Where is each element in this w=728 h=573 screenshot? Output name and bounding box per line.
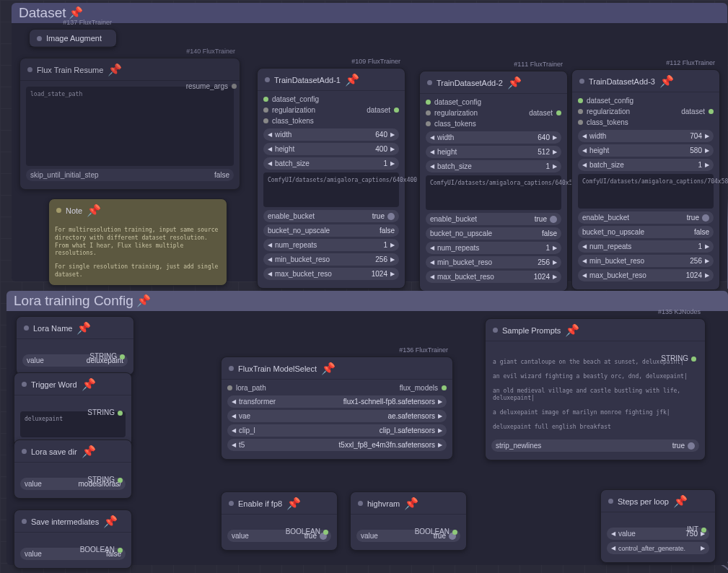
pin-icon: 📌 [103, 515, 118, 528]
param-width[interactable]: ◀width704▶ [578, 130, 714, 142]
node-title: Note [66, 206, 82, 215]
pin-icon: 📌 [286, 497, 301, 510]
toggle-icon [550, 216, 557, 223]
param-nr[interactable]: ◀num_repeats1▶ [426, 242, 561, 254]
node-badge: #140 FluxTrainer [186, 48, 235, 55]
pin-icon: 📌 [673, 494, 688, 508]
param-strip-newlines[interactable]: strip_newlinestrue [491, 439, 699, 452]
node-save-intermediates[interactable]: Save intermediates📌 BOOLEAN valuefalse [14, 509, 132, 569]
param-max[interactable]: ◀max_bucket_reso1024▶ [578, 269, 714, 281]
param-clip[interactable]: ◀clip_lclip_l.safetensors▶ [227, 424, 447, 437]
param-cag[interactable]: ◀control_after_generate.▶ [607, 542, 709, 554]
node-badge: #112 FluxTrainer [666, 59, 715, 66]
node-flux-resume[interactable]: #140 FluxTrainer Flux Train Resume📌 resu… [19, 58, 240, 190]
pin-icon: 📌 [321, 362, 336, 375]
node-title: Trigger Word [31, 380, 77, 389]
param-nr[interactable]: ◀num_repeats1▶ [578, 240, 714, 253]
group-header[interactable]: Dataset 📌 [12, 3, 727, 23]
group-title: Dataset [19, 3, 66, 23]
node-title: highvram [367, 499, 400, 508]
pin-icon: 📌 [345, 73, 359, 87]
node-highvram[interactable]: highvram📌 BOOLEAN valuetrue [350, 491, 467, 551]
node-lora-name[interactable]: Lora Name📌 STRING valuedeluxepaint [16, 316, 134, 375]
node-badge: #109 FluxTrainer [351, 58, 400, 65]
param-max[interactable]: ◀max_bucket_reso1024▶ [263, 268, 399, 280]
node-train-dataset-1[interactable]: #109 FluxTrainer TrainDatasetAdd-1📌 data… [257, 68, 405, 289]
node-badge: #135 KJNodes [658, 308, 701, 315]
pin-icon: 📌 [76, 321, 91, 335]
param-height[interactable]: ◀height512▶ [426, 146, 561, 158]
param-height[interactable]: ◀height400▶ [263, 143, 399, 155]
node-model-select[interactable]: #136 FluxTrainer FluxTrain ModelSelect📌 … [221, 357, 453, 460]
node-title: Steps per loop [618, 497, 669, 506]
node-title: Sample Prompts [502, 326, 561, 335]
node-badge: #111 FluxTrainer [514, 61, 563, 68]
param-max[interactable]: ◀max_bucket_reso1024▶ [426, 271, 561, 283]
toggle-icon [702, 214, 709, 222]
node-title: FluxTrain ModelSelect [238, 364, 317, 373]
pin-icon: 📌 [87, 204, 101, 217]
node-steps-per-loop[interactable]: Steps per loop📌 INT ◀value750▶ ◀control_… [600, 489, 716, 563]
toggle-icon [387, 213, 395, 220]
pin-icon: 📌 [507, 76, 522, 89]
dataset-path[interactable]: ComfyUI/datasets/amigalora_captions/640x… [263, 172, 399, 207]
param-enable-bucket[interactable]: enable_buckettrue [426, 213, 561, 225]
dataset-path[interactable]: ComfyUI/datasets/amigalora_captions/640x… [426, 175, 561, 210]
node-title: Lora Name [33, 324, 72, 333]
node-image-augment[interactable]: #137 FluxTrainer Image Augment [29, 29, 117, 48]
param-enable-bucket[interactable]: enable_buckettrue [578, 211, 714, 224]
param-vae[interactable]: ◀vaeae.safetensors▶ [227, 410, 447, 422]
param-skip[interactable]: skip_until_initial_step false [26, 169, 234, 181]
param-bnu[interactable]: bucket_no_upscalefalse [426, 227, 561, 240]
node-title: Save intermediates [31, 517, 99, 526]
prompts-text[interactable]: a giant cantaloupe on the beach at sunse… [491, 357, 699, 437]
node-trigger-word[interactable]: Trigger Word📌 STRING deluxepaint [14, 372, 132, 447]
node-enable-fp8[interactable]: Enable if fp8📌 BOOLEAN valuetrue [221, 491, 338, 551]
param-bnu[interactable]: bucket_no_upscalefalse [263, 224, 399, 237]
node-sample-prompts[interactable]: #135 KJNodes Sample Prompts📌 STRING a gi… [485, 318, 706, 460]
text-field[interactable]: load_state_path [26, 87, 234, 166]
toggle-icon [688, 442, 695, 450]
node-title: Flux Train Resume [37, 66, 103, 74]
param-batch[interactable]: ◀batch_size1▶ [426, 160, 561, 172]
param-transformer[interactable]: ◀transformerflux1-schnell-fp8.safetensor… [227, 395, 447, 408]
param-batch[interactable]: ◀batch_size1▶ [578, 159, 714, 171]
param-height[interactable]: ◀height580▶ [578, 144, 714, 157]
node-title: Image Augment [46, 34, 102, 43]
node-train-dataset-2[interactable]: #111 FluxTrainer TrainDatasetAdd-2📌 data… [419, 71, 568, 292]
param-nr[interactable]: ◀num_repeats1▶ [263, 239, 399, 251]
pin-icon: 📌 [82, 377, 96, 391]
param-enable-bucket[interactable]: enable_buckettrue [263, 210, 399, 222]
pin-icon: 📌 [659, 74, 674, 88]
param-bnu[interactable]: bucket_no_upscalefalse [578, 226, 714, 238]
pin-icon: 📌 [108, 63, 122, 76]
dataset-path[interactable]: ComfyUI/datasets/amigalora_captions/704x… [578, 174, 714, 209]
group-title: Lora training Config [14, 291, 133, 311]
node-badge: #136 FluxTrainer [399, 346, 448, 354]
pin-icon: 📌 [82, 445, 96, 458]
node-title: Lora save dir [31, 447, 77, 456]
param-min[interactable]: ◀min_bucket_reso256▶ [578, 255, 714, 267]
node-lora-save-dir[interactable]: Lora save dir📌 STRING valuemodels/loras/ [14, 439, 132, 499]
node-title: TrainDatasetAdd-2 [437, 79, 503, 87]
param-width[interactable]: ◀width640▶ [263, 128, 399, 141]
node-badge: #137 FluxTrainer [63, 19, 112, 26]
node-note[interactable]: Note📌 For multiresolution training, inpu… [48, 198, 227, 286]
node-title: TrainDatasetAdd-1 [274, 76, 341, 84]
pin-icon: 📌 [404, 497, 418, 510]
param-width[interactable]: ◀width640▶ [426, 131, 561, 144]
pin-icon: 📌 [136, 291, 151, 311]
node-train-dataset-3[interactable]: #112 FluxTrainer TrainDatasetAdd-3📌 data… [571, 69, 720, 290]
param-min[interactable]: ◀min_bucket_reso256▶ [263, 253, 399, 266]
node-title: TrainDatasetAdd-3 [589, 77, 655, 86]
pin-icon: 📌 [565, 323, 579, 337]
node-title: Enable if fp8 [238, 499, 282, 508]
param-batch[interactable]: ◀batch_size1▶ [263, 157, 399, 170]
param-t5[interactable]: ◀t5t5xxl_fp8_e4m3fn.safetensors▶ [227, 439, 447, 451]
group-header[interactable]: Lora training Config 📌 [6, 291, 728, 311]
param-min[interactable]: ◀min_bucket_reso256▶ [426, 256, 561, 268]
